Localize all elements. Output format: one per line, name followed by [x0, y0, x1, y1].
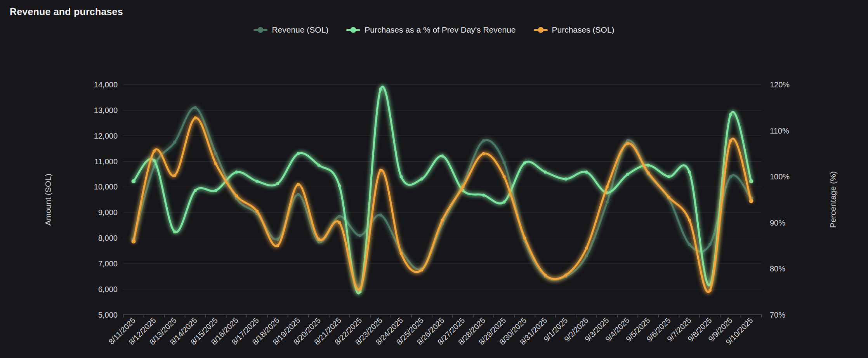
legend-item-1[interactable]: Purchases as a % of Prev Day's Revenue [346, 25, 516, 35]
data-point [317, 238, 320, 241]
data-point [173, 141, 176, 144]
y-axis-left-tick-label: 13,000 [94, 106, 118, 115]
y-axis-left-name: Amount (SOL) [43, 174, 52, 226]
y-axis-left-tick-label: 6,000 [98, 285, 118, 294]
data-point [585, 170, 588, 174]
data-point [297, 193, 300, 196]
data-point [399, 252, 403, 255]
data-point [297, 152, 300, 155]
series-glow-0 [134, 108, 751, 280]
series-line-0 [134, 108, 751, 280]
data-point [173, 230, 176, 233]
legend-line-dot-icon [534, 27, 548, 33]
data-point [420, 268, 423, 271]
legend-label: Purchases (SOL) [552, 25, 615, 35]
y-axis-right-tick-label: 120% [770, 80, 790, 89]
data-point [585, 254, 588, 257]
data-point [338, 215, 341, 218]
data-point [564, 273, 568, 276]
data-point [132, 179, 136, 183]
data-point [523, 161, 526, 164]
legend-label: Purchases as a % of Prev Day's Revenue [365, 25, 516, 35]
data-point [729, 113, 732, 116]
data-point [564, 177, 568, 181]
data-point [667, 196, 670, 199]
data-point [647, 163, 650, 167]
data-point [194, 116, 197, 120]
y-axis-left-tick-label: 5,000 [98, 311, 118, 319]
data-point [503, 175, 506, 178]
data-point [482, 152, 485, 155]
chart-canvas[interactable]: 5,0006,0007,0008,0009,00010,00011,00012,… [0, 0, 868, 358]
data-point [462, 185, 465, 188]
data-point [173, 174, 176, 177]
y-axis-left-tick-label: 9,000 [98, 208, 118, 217]
data-point [585, 247, 588, 250]
series-glow-1 [134, 87, 751, 294]
y-axis-right-tick-label: 100% [770, 172, 790, 181]
data-point [214, 189, 217, 192]
y-axis-left-tick-label: 11,000 [94, 157, 118, 166]
data-point [441, 155, 444, 158]
data-point [235, 194, 238, 197]
data-point [606, 201, 609, 204]
data-point [749, 199, 753, 203]
legend-line-dot-icon [346, 27, 360, 33]
data-point [626, 142, 629, 145]
data-point [482, 139, 485, 143]
data-point [379, 88, 382, 91]
chart-legend: Revenue (SOL)Purchases as a % of Prev Da… [0, 23, 868, 36]
data-point [379, 169, 382, 172]
data-point [729, 175, 732, 178]
data-point [276, 238, 279, 241]
data-point [482, 193, 485, 196]
data-point [503, 200, 506, 203]
y-axis-left-tick-label: 7,000 [98, 259, 118, 268]
y-axis-left-tick-label: 14,000 [94, 80, 118, 89]
data-point [358, 288, 361, 291]
y-axis-right-tick-label: 90% [770, 219, 785, 227]
data-point [132, 239, 136, 243]
series-line-1 [134, 87, 751, 294]
data-point [214, 152, 217, 155]
chart-title: Revenue and purchases [10, 6, 123, 17]
data-point [503, 161, 506, 164]
data-point [606, 185, 609, 188]
data-point [194, 189, 197, 192]
data-point [729, 139, 732, 143]
data-point [153, 149, 156, 153]
data-point [688, 243, 691, 246]
data-point [338, 184, 341, 188]
data-point [338, 221, 341, 224]
data-point [749, 179, 753, 183]
legend-line-dot-icon [253, 27, 267, 33]
data-point [420, 177, 423, 181]
data-point [255, 180, 259, 183]
data-point [317, 163, 320, 167]
data-point [647, 171, 650, 174]
data-point [523, 236, 526, 240]
y-axis-left-tick-label: 12,000 [94, 132, 118, 140]
y-axis-right-tick-label: 80% [770, 264, 785, 273]
y-axis-left-tick-label: 10,000 [94, 182, 118, 191]
data-point [708, 243, 712, 246]
legend-item-2[interactable]: Purchases (SOL) [534, 25, 615, 35]
data-point [399, 175, 403, 178]
data-point [708, 289, 712, 292]
data-point [255, 210, 259, 213]
series-line-2 [134, 118, 751, 292]
data-point [667, 175, 670, 178]
revenue-purchases-chart: Revenue and purchases Revenue (SOL)Purch… [0, 0, 868, 358]
y-axis-right-tick-label: 70% [770, 311, 785, 319]
legend-label: Revenue (SOL) [272, 25, 328, 35]
legend-item-0[interactable]: Revenue (SOL) [253, 25, 328, 35]
data-point [194, 106, 197, 109]
data-point [379, 214, 382, 217]
data-point [688, 219, 691, 222]
y-axis-left-tick-label: 8,000 [98, 234, 118, 242]
y-axis-right-tick-label: 110% [770, 127, 789, 135]
data-point [544, 273, 547, 276]
data-point [276, 244, 279, 247]
data-point [626, 173, 629, 176]
data-point [297, 183, 300, 186]
